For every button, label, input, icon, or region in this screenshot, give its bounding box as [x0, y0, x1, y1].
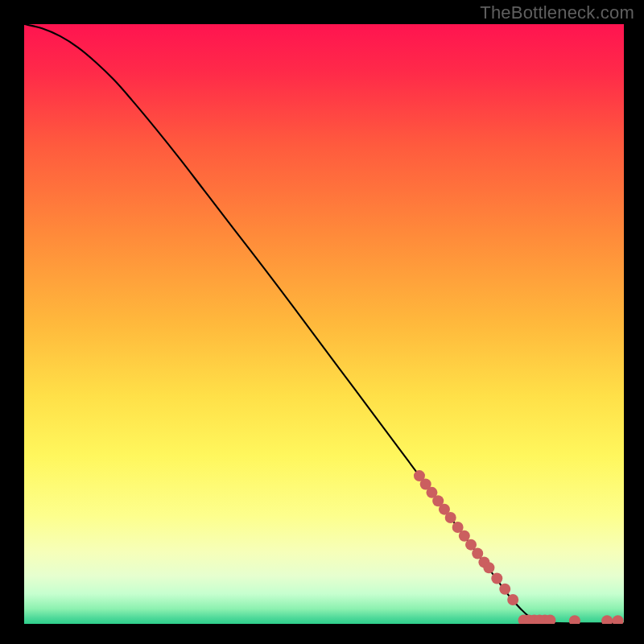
gradient-background	[24, 24, 624, 624]
chart-svg	[24, 24, 624, 624]
data-dot	[491, 572, 502, 584]
chart-frame: TheBottleneck.com	[0, 0, 644, 644]
data-dot	[445, 512, 456, 523]
data-dot	[483, 562, 494, 573]
data-dot	[499, 584, 510, 595]
data-dot	[507, 594, 518, 605]
watermark-text: TheBottleneck.com	[480, 2, 634, 23]
plot-area	[24, 24, 624, 624]
